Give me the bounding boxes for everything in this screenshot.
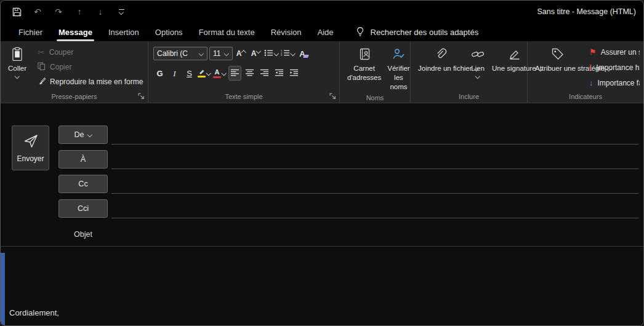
chevron-down-icon (274, 52, 279, 55)
grow-font-button[interactable]: A (235, 46, 248, 61)
cc-label: Cc (78, 180, 87, 188)
check-names-button[interactable]: Vérifier les noms (385, 45, 412, 93)
assign-policy-button[interactable]: Attribuer une stratégie (533, 45, 583, 90)
font-name-combo[interactable]: Calibri (C (153, 47, 207, 60)
bcc-input[interactable] (111, 218, 638, 218)
low-importance-label: Importance faib (598, 79, 640, 87)
send-button[interactable]: Envoyer (12, 125, 49, 170)
from-label: De (74, 130, 84, 139)
align-right-icon (260, 68, 269, 79)
paperclip-icon (434, 46, 448, 62)
tab-options[interactable]: Options (147, 23, 191, 41)
high-importance-button[interactable]: ! Importance haut (587, 60, 640, 74)
up-arrow-icon: ↑ (78, 7, 82, 16)
from-button[interactable]: De (58, 125, 108, 144)
svg-text:3: 3 (281, 54, 283, 57)
follow-up-button[interactable]: ⚑ Assurer un suivi (587, 45, 640, 59)
undo-button[interactable]: ↶ (29, 4, 46, 20)
font-size-combo[interactable]: 11 (209, 47, 233, 60)
chevron-down-icon (199, 52, 204, 55)
to-button[interactable]: À (58, 150, 108, 169)
check-names-icon (392, 46, 405, 62)
customize-quick-access-button[interactable] (113, 4, 130, 20)
check-names-label: Vérifier les noms (387, 64, 409, 92)
move-up-button[interactable]: ↑ (71, 4, 88, 20)
cut-button[interactable]: ✂ Couper (35, 45, 145, 59)
address-book-label: Carnet d'adresses (347, 64, 381, 82)
decrease-indent-button[interactable] (273, 66, 286, 81)
compose-area: Envoyer De À Cc Cci Objet Cordialement, (1, 103, 643, 325)
group-label-tags: Indicateurs (528, 90, 643, 103)
bcc-button[interactable]: Cci (58, 199, 108, 218)
tab-fichier[interactable]: Fichier (10, 23, 50, 41)
paste-button[interactable]: Coller (6, 45, 29, 90)
highlight-color-button[interactable] (198, 66, 211, 81)
tag-icon (551, 46, 565, 62)
group-clipboard: Coller ✂ Couper Copier (1, 41, 148, 103)
cut-label: Couper (49, 48, 73, 57)
chevron-down-icon (222, 71, 227, 75)
ribbon-tab-row: Fichier Message Insertion Options Format… (1, 23, 643, 41)
font-color-icon: A (213, 68, 221, 78)
font-size-value: 11 (213, 49, 220, 58)
shrink-font-button[interactable]: A (249, 46, 262, 61)
message-body-editor[interactable]: Cordialement, (1, 247, 643, 325)
tab-revision[interactable]: Révision (263, 23, 310, 41)
tab-aide[interactable]: Aide (310, 23, 342, 41)
low-importance-button[interactable]: ↓ Importance faib (587, 76, 640, 90)
clear-formatting-button[interactable]: A (297, 46, 310, 61)
format-painter-button[interactable]: Reproduire la mise en forme (35, 74, 145, 89)
down-arrow-icon: ↓ (99, 7, 103, 16)
clipboard-icon (10, 46, 24, 62)
send-label: Envoyer (17, 154, 44, 163)
cc-input[interactable] (111, 193, 638, 194)
from-input[interactable] (111, 144, 638, 145)
group-label-clipboard: Presse-papiers (1, 90, 148, 103)
window-title: Sans titre - Message (HTML) (537, 7, 643, 16)
address-book-button[interactable]: Carnet d'adresses (345, 45, 384, 93)
redo-button[interactable]: ↷ (50, 4, 67, 20)
italic-button[interactable]: I (168, 66, 181, 81)
underline-button[interactable]: S (183, 66, 196, 81)
subject-input[interactable] (1, 246, 643, 247)
title-bar: ↶ ↷ ↑ ↓ Sans titre - Message (HTML) (1, 1, 643, 23)
to-input[interactable] (111, 169, 638, 169)
signature-pen-icon (508, 46, 521, 62)
tab-message[interactable]: Message (50, 23, 100, 41)
tab-insertion[interactable]: Insertion (100, 23, 147, 41)
clear-formatting-icon: A (299, 50, 308, 58)
address-book-icon (358, 46, 371, 62)
tab-format-du-texte[interactable]: Format du texte (191, 23, 263, 41)
send-plane-icon (23, 133, 39, 151)
increase-indent-icon (289, 68, 299, 79)
decrease-indent-icon (275, 68, 284, 79)
save-button[interactable] (8, 4, 25, 20)
attach-file-button[interactable]: Joindre un fichier (416, 45, 466, 90)
move-down-button[interactable]: ↓ (92, 4, 109, 20)
copy-button[interactable]: Copier (35, 60, 145, 74)
align-center-button[interactable] (243, 66, 256, 81)
bullets-button[interactable] (264, 46, 279, 61)
font-color-button[interactable]: A (213, 66, 227, 81)
search-tools[interactable]: Rechercher des outils adaptés (355, 23, 479, 41)
group-basic-text: Calibri (C 11 A A (148, 41, 340, 103)
link-icon (471, 46, 485, 62)
group-label-include: Inclure (411, 90, 527, 103)
clipboard-dialog-launcher[interactable] (137, 92, 145, 100)
search-tools-label: Rechercher des outils adaptés (371, 28, 479, 37)
cc-button[interactable]: Cc (58, 175, 108, 193)
bold-button[interactable]: G (153, 66, 166, 81)
numbering-button[interactable]: 123 (281, 46, 296, 61)
chevron-down-icon (475, 74, 480, 78)
italic-icon: I (173, 70, 175, 78)
undo-icon: ↶ (34, 7, 41, 16)
bold-icon: G (156, 70, 163, 78)
group-include: Joindre un fichier Lien Une signature In… (411, 41, 528, 103)
increase-indent-button[interactable] (288, 66, 300, 81)
align-center-icon (245, 68, 254, 79)
attach-file-label: Joindre un fichier (418, 65, 472, 72)
basic-text-dialog-launcher[interactable] (329, 92, 337, 100)
align-right-button[interactable] (258, 66, 271, 81)
bcc-label: Cci (78, 204, 89, 213)
align-left-button[interactable] (228, 66, 241, 81)
